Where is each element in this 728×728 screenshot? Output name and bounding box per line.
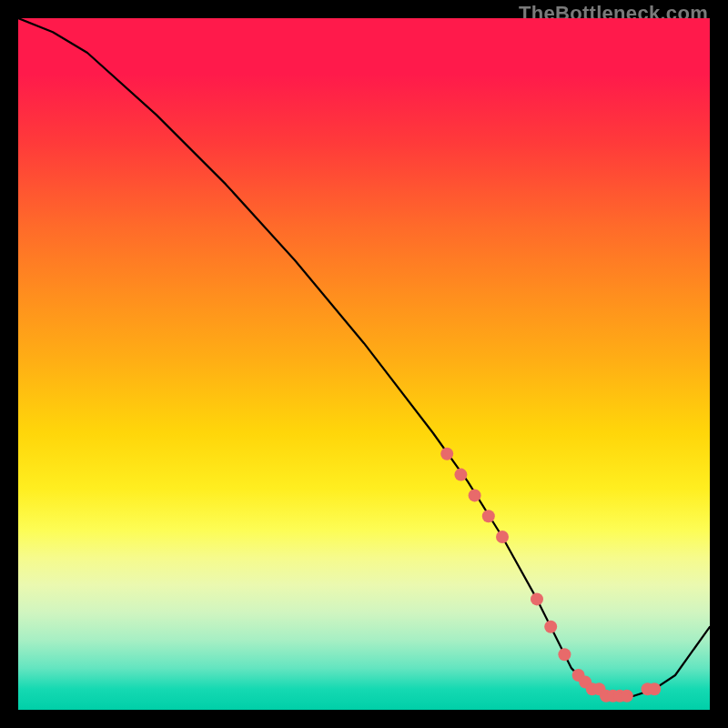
highlight-marker (579, 676, 592, 689)
highlight-marker (600, 690, 612, 703)
highlight-marker (572, 669, 585, 682)
highlight-marker (531, 592, 543, 605)
highlight-marker (607, 690, 620, 703)
chart-frame: TheBottleneck.com (0, 0, 728, 728)
highlight-marker (482, 510, 495, 522)
highlight-marker (648, 682, 661, 695)
highlight-marker (586, 682, 599, 695)
highlight-marker (592, 682, 605, 695)
bottleneck-curve (18, 18, 710, 696)
plot-area (18, 18, 710, 710)
highlight-marker (642, 682, 654, 695)
highlight-marker (454, 469, 467, 481)
highlight-marker (544, 621, 557, 633)
highlight-marker (558, 648, 571, 661)
curve-svg (18, 18, 710, 710)
highlight-marker (469, 489, 481, 501)
highlight-marker (496, 531, 509, 543)
highlight-marker (621, 690, 633, 703)
highlight-markers (440, 448, 661, 703)
highlight-marker (440, 448, 453, 460)
highlight-marker (613, 690, 626, 703)
